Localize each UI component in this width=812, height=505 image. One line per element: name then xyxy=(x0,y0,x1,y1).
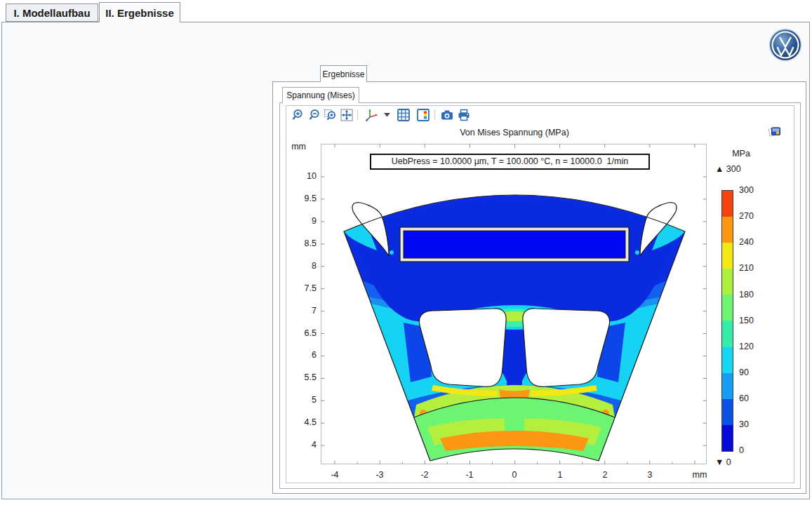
chevron-down-icon[interactable] xyxy=(382,107,391,123)
colorbar xyxy=(722,191,733,451)
colorbar-tick-label: 60 xyxy=(739,393,768,403)
y-axis-unit: mm xyxy=(285,142,306,152)
tab-spannung-mises[interactable]: Spannung (Mises) xyxy=(282,87,359,103)
vw-logo xyxy=(768,28,802,62)
y-tick-label: 6 xyxy=(288,350,317,360)
colorbar-segment xyxy=(722,347,733,373)
print-icon[interactable] xyxy=(456,107,472,123)
y-tick-label: 6.5 xyxy=(288,328,317,338)
y-tick-label: 8.5 xyxy=(288,238,317,248)
magnet-rectangle xyxy=(400,227,629,262)
colorbar-tick-label: 0 xyxy=(739,445,768,455)
y-tick-label: 5 xyxy=(288,395,317,405)
zoom-extents-icon[interactable] xyxy=(339,107,354,123)
y-tick-label: 9 xyxy=(288,216,317,226)
toolbar-separator xyxy=(434,109,435,120)
plot-title: Von Mises Spannung (MPa) xyxy=(353,128,676,137)
x-tick-label: 1 xyxy=(546,470,574,480)
tab-label: I. Modellaufbau xyxy=(13,7,90,19)
colorbar-segment xyxy=(722,217,733,243)
colorbar-tick-label: 270 xyxy=(739,211,768,221)
tab-ergebnisse[interactable]: II. Ergebnisse xyxy=(99,2,180,22)
y-tick-label: 4 xyxy=(288,440,317,450)
colorbar-tick-label: 300 xyxy=(739,185,768,195)
colorbar-segment xyxy=(722,425,733,451)
x-tick-label: -1 xyxy=(455,470,484,480)
y-tick-label: 7.5 xyxy=(288,283,317,293)
y-tick-label: 9.5 xyxy=(288,194,317,203)
colorbar-tick-label: 210 xyxy=(739,263,768,273)
colorbar-tick-label: 90 xyxy=(739,368,768,377)
y-tick-label: 10 xyxy=(288,171,317,181)
colorbar-segment xyxy=(722,191,733,217)
y-tick-label: 5.5 xyxy=(288,372,317,382)
tab-label: Ergebnisse xyxy=(322,69,364,79)
zoom-out-icon[interactable] xyxy=(307,107,323,123)
view-orientation-icon[interactable] xyxy=(364,107,382,123)
x-tick-label: 3 xyxy=(636,470,664,480)
colorbar-tick-label: 180 xyxy=(739,290,768,299)
x-axis-unit: mm xyxy=(684,470,715,480)
y-tick-label: 4.5 xyxy=(288,417,317,427)
contour-plot-canvas xyxy=(321,144,707,464)
colorbar-max-marker: ▲ 300 xyxy=(715,164,741,174)
app-window: I. Modellaufbau II. Ergebnisse i Letzte … xyxy=(0,0,812,505)
y-tick-label: 7 xyxy=(288,306,317,316)
tab-ergebnisse-view[interactable]: Ergebnisse xyxy=(320,65,367,82)
colorbar-segment xyxy=(722,399,733,425)
colorbar-segment xyxy=(722,269,733,295)
vw-logo-icon xyxy=(768,28,802,62)
colorbar-tick-label: 150 xyxy=(739,316,768,325)
grid-icon[interactable] xyxy=(396,107,411,123)
zoom-in-icon[interactable] xyxy=(291,107,306,123)
colorbar-tick-label: 240 xyxy=(739,237,768,247)
colorbar-segment xyxy=(722,243,733,269)
x-tick-label: -4 xyxy=(321,470,349,480)
zoom-box-icon[interactable] xyxy=(323,107,338,123)
colorbar-unit: MPa xyxy=(724,149,759,159)
plot-annotation: UebPress = 10.0000 µm, T = 100.000 °C, n… xyxy=(370,154,650,170)
tab-label: Spannung (Mises) xyxy=(286,90,354,100)
x-tick-label: -3 xyxy=(366,470,394,480)
colorbar-tick-label: 30 xyxy=(739,419,768,429)
colorbar-tick-label: 120 xyxy=(739,342,768,351)
colorbar-segment xyxy=(722,321,733,346)
colorbar-toggle-icon[interactable] xyxy=(415,107,431,123)
von-mises-contour-plot[interactable] xyxy=(321,144,707,464)
x-tick-label: -2 xyxy=(411,470,439,480)
colorbar-segment xyxy=(722,295,733,321)
snapshot-camera-icon[interactable] xyxy=(439,107,455,123)
tab-modellaufbau[interactable]: I. Modellaufbau xyxy=(6,4,98,22)
colorbar-min-marker: ▼ 0 xyxy=(715,457,731,467)
x-tick-label: 0 xyxy=(500,470,528,480)
x-tick-label: 2 xyxy=(591,470,619,480)
tab-label: II. Ergebnisse xyxy=(105,7,174,19)
plot-thumbnail-icon[interactable] xyxy=(768,126,782,137)
toolbar-separator xyxy=(357,109,358,120)
colorbar-segment xyxy=(722,373,733,399)
y-tick-label: 8 xyxy=(288,261,317,271)
